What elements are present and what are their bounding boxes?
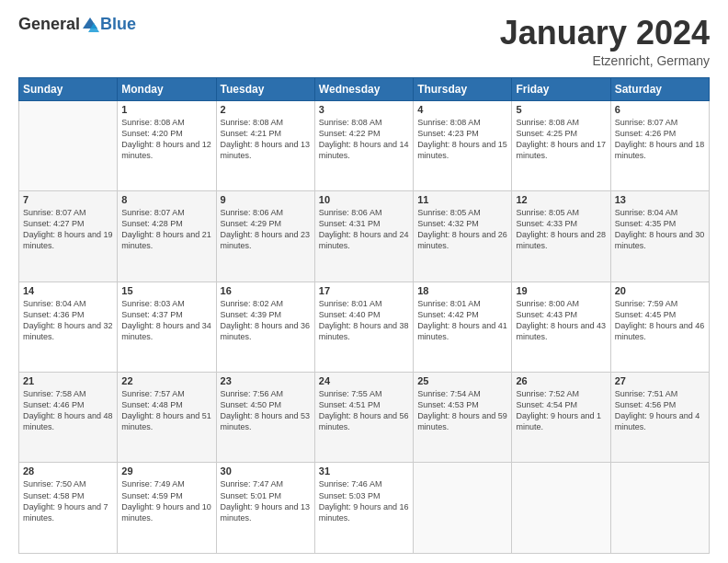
day-info: Sunrise: 8:06 AMSunset: 4:29 PMDaylight:… bbox=[221, 207, 311, 252]
day-header-thursday: Thursday bbox=[414, 77, 512, 100]
day-number: 22 bbox=[121, 375, 211, 386]
calendar-cell: 8Sunrise: 8:07 AMSunset: 4:28 PMDaylight… bbox=[118, 191, 216, 282]
calendar-cell: 10Sunrise: 8:06 AMSunset: 4:31 PMDayligh… bbox=[314, 191, 413, 282]
calendar-cell: 4Sunrise: 8:08 AMSunset: 4:23 PMDaylight… bbox=[414, 100, 512, 190]
day-number: 26 bbox=[516, 375, 606, 386]
day-info: Sunrise: 7:54 AMSunset: 4:53 PMDaylight:… bbox=[417, 388, 507, 433]
day-info: Sunrise: 8:03 AMSunset: 4:37 PMDaylight:… bbox=[121, 298, 211, 343]
day-number: 18 bbox=[417, 285, 507, 296]
calendar-week-row: 14Sunrise: 8:04 AMSunset: 4:36 PMDayligh… bbox=[19, 282, 710, 372]
calendar-cell: 11Sunrise: 8:05 AMSunset: 4:32 PMDayligh… bbox=[414, 191, 512, 282]
day-header-monday: Monday bbox=[118, 77, 216, 100]
day-number: 5 bbox=[516, 104, 606, 115]
day-info: Sunrise: 8:07 AMSunset: 4:28 PMDaylight:… bbox=[121, 207, 211, 252]
day-info: Sunrise: 7:47 AMSunset: 5:01 PMDaylight:… bbox=[221, 478, 311, 523]
calendar-cell: 3Sunrise: 8:08 AMSunset: 4:22 PMDaylight… bbox=[314, 100, 413, 190]
calendar-cell: 6Sunrise: 8:07 AMSunset: 4:26 PMDaylight… bbox=[610, 100, 709, 190]
logo-general: General bbox=[18, 15, 80, 34]
day-info: Sunrise: 8:01 AMSunset: 4:42 PMDaylight:… bbox=[417, 298, 507, 343]
day-header-wednesday: Wednesday bbox=[314, 77, 413, 100]
day-info: Sunrise: 7:57 AMSunset: 4:48 PMDaylight:… bbox=[121, 388, 211, 433]
header: General Blue January 2024 Etzenricht, Ge… bbox=[18, 15, 710, 68]
calendar-cell: 18Sunrise: 8:01 AMSunset: 4:42 PMDayligh… bbox=[414, 282, 512, 372]
day-info: Sunrise: 8:01 AMSunset: 4:40 PMDaylight:… bbox=[319, 298, 409, 343]
logo: General Blue bbox=[18, 15, 136, 34]
day-number: 21 bbox=[23, 375, 113, 386]
calendar-cell: 7Sunrise: 8:07 AMSunset: 4:27 PMDaylight… bbox=[19, 191, 118, 282]
calendar-body: 1Sunrise: 8:08 AMSunset: 4:20 PMDaylight… bbox=[19, 100, 710, 553]
calendar-cell: 27Sunrise: 7:51 AMSunset: 4:56 PMDayligh… bbox=[610, 373, 709, 463]
day-number: 16 bbox=[221, 285, 311, 296]
day-header-friday: Friday bbox=[512, 77, 610, 100]
calendar-cell: 9Sunrise: 8:06 AMSunset: 4:29 PMDaylight… bbox=[216, 191, 314, 282]
calendar-table: SundayMondayTuesdayWednesdayThursdayFrid… bbox=[18, 77, 710, 554]
day-number: 15 bbox=[121, 285, 211, 296]
calendar-cell: 31Sunrise: 7:46 AMSunset: 5:03 PMDayligh… bbox=[314, 463, 413, 554]
day-info: Sunrise: 8:02 AMSunset: 4:39 PMDaylight:… bbox=[221, 298, 311, 343]
calendar-cell bbox=[414, 463, 512, 554]
calendar-cell: 13Sunrise: 8:04 AMSunset: 4:35 PMDayligh… bbox=[610, 191, 709, 282]
day-number: 10 bbox=[319, 194, 409, 205]
day-number: 24 bbox=[319, 375, 409, 386]
day-number: 1 bbox=[121, 104, 211, 115]
calendar-cell: 23Sunrise: 7:56 AMSunset: 4:50 PMDayligh… bbox=[216, 373, 314, 463]
day-number: 19 bbox=[516, 285, 606, 296]
day-number: 9 bbox=[221, 194, 311, 205]
day-header-tuesday: Tuesday bbox=[216, 77, 314, 100]
day-info: Sunrise: 7:59 AMSunset: 4:45 PMDaylight:… bbox=[615, 298, 705, 343]
day-info: Sunrise: 8:07 AMSunset: 4:27 PMDaylight:… bbox=[23, 207, 113, 252]
day-number: 14 bbox=[23, 285, 113, 296]
calendar-week-row: 7Sunrise: 8:07 AMSunset: 4:27 PMDaylight… bbox=[19, 191, 710, 282]
logo-blue: Blue bbox=[100, 15, 136, 34]
calendar-cell: 17Sunrise: 8:01 AMSunset: 4:40 PMDayligh… bbox=[314, 282, 413, 372]
month-title: January 2024 bbox=[500, 15, 710, 52]
day-number: 20 bbox=[615, 285, 705, 296]
day-info: Sunrise: 8:07 AMSunset: 4:26 PMDaylight:… bbox=[615, 117, 705, 162]
day-info: Sunrise: 7:49 AMSunset: 4:59 PMDaylight:… bbox=[121, 478, 211, 523]
day-number: 25 bbox=[417, 375, 507, 386]
day-info: Sunrise: 7:58 AMSunset: 4:46 PMDaylight:… bbox=[23, 388, 113, 433]
day-header-saturday: Saturday bbox=[610, 77, 709, 100]
day-number: 17 bbox=[319, 285, 409, 296]
day-number: 28 bbox=[23, 465, 113, 477]
calendar-cell: 25Sunrise: 7:54 AMSunset: 4:53 PMDayligh… bbox=[414, 373, 512, 463]
day-info: Sunrise: 8:04 AMSunset: 4:35 PMDaylight:… bbox=[615, 207, 705, 252]
day-info: Sunrise: 8:08 AMSunset: 4:21 PMDaylight:… bbox=[221, 117, 311, 162]
day-info: Sunrise: 7:50 AMSunset: 4:58 PMDaylight:… bbox=[23, 478, 113, 523]
calendar-cell: 15Sunrise: 8:03 AMSunset: 4:37 PMDayligh… bbox=[118, 282, 216, 372]
page: General Blue January 2024 Etzenricht, Ge… bbox=[0, 0, 728, 563]
day-number: 8 bbox=[121, 194, 211, 205]
day-number: 6 bbox=[615, 104, 705, 115]
day-info: Sunrise: 8:08 AMSunset: 4:25 PMDaylight:… bbox=[516, 117, 606, 162]
day-number: 3 bbox=[319, 104, 409, 115]
calendar-week-row: 1Sunrise: 8:08 AMSunset: 4:20 PMDaylight… bbox=[19, 100, 710, 190]
calendar-cell: 22Sunrise: 7:57 AMSunset: 4:48 PMDayligh… bbox=[118, 373, 216, 463]
day-number: 27 bbox=[615, 375, 705, 386]
day-info: Sunrise: 8:00 AMSunset: 4:43 PMDaylight:… bbox=[516, 298, 606, 343]
day-number: 12 bbox=[516, 194, 606, 205]
calendar-cell: 1Sunrise: 8:08 AMSunset: 4:20 PMDaylight… bbox=[118, 100, 216, 190]
day-info: Sunrise: 7:52 AMSunset: 4:54 PMDaylight:… bbox=[516, 388, 606, 433]
day-info: Sunrise: 8:05 AMSunset: 4:32 PMDaylight:… bbox=[417, 207, 507, 252]
day-number: 4 bbox=[417, 104, 507, 115]
day-info: Sunrise: 8:04 AMSunset: 4:36 PMDaylight:… bbox=[23, 298, 113, 343]
day-info: Sunrise: 7:56 AMSunset: 4:50 PMDaylight:… bbox=[221, 388, 311, 433]
day-number: 2 bbox=[221, 104, 311, 115]
location: Etzenricht, Germany bbox=[500, 53, 710, 68]
calendar-cell: 21Sunrise: 7:58 AMSunset: 4:46 PMDayligh… bbox=[19, 373, 118, 463]
day-number: 11 bbox=[417, 194, 507, 205]
calendar-week-row: 21Sunrise: 7:58 AMSunset: 4:46 PMDayligh… bbox=[19, 373, 710, 463]
calendar-cell: 26Sunrise: 7:52 AMSunset: 4:54 PMDayligh… bbox=[512, 373, 610, 463]
calendar-cell: 2Sunrise: 8:08 AMSunset: 4:21 PMDaylight… bbox=[216, 100, 314, 190]
day-info: Sunrise: 8:08 AMSunset: 4:23 PMDaylight:… bbox=[417, 117, 507, 162]
calendar-cell bbox=[610, 463, 709, 554]
calendar-cell bbox=[19, 100, 118, 190]
day-info: Sunrise: 8:08 AMSunset: 4:20 PMDaylight:… bbox=[121, 117, 211, 162]
calendar-cell: 16Sunrise: 8:02 AMSunset: 4:39 PMDayligh… bbox=[216, 282, 314, 372]
calendar-cell: 30Sunrise: 7:47 AMSunset: 5:01 PMDayligh… bbox=[216, 463, 314, 554]
day-info: Sunrise: 7:51 AMSunset: 4:56 PMDaylight:… bbox=[615, 388, 705, 433]
day-info: Sunrise: 8:05 AMSunset: 4:33 PMDaylight:… bbox=[516, 207, 606, 252]
day-number: 7 bbox=[23, 194, 113, 205]
calendar-cell: 24Sunrise: 7:55 AMSunset: 4:51 PMDayligh… bbox=[314, 373, 413, 463]
calendar-cell: 12Sunrise: 8:05 AMSunset: 4:33 PMDayligh… bbox=[512, 191, 610, 282]
